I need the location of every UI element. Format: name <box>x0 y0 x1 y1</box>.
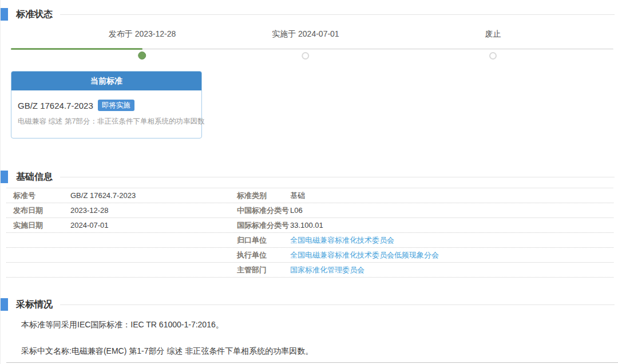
field-value: 2023-12-28 <box>70 203 237 217</box>
field-value <box>70 248 237 262</box>
timeline-dot-hollow <box>489 52 497 60</box>
bottom-divider <box>6 362 618 363</box>
field-value <box>70 233 237 247</box>
timeline-label: 发布于 2023-12-28 <box>109 29 176 39</box>
field-value: L06 <box>290 203 613 217</box>
section-marker <box>1 298 8 311</box>
section-divider-line <box>60 304 615 305</box>
table-row: 主管部门 国家标准化管理委员会 <box>6 263 613 278</box>
table-row: 标准号 GB/Z 17624.7-2023 标准类别 基础 <box>6 188 613 203</box>
status-section-title: 标准状态 <box>16 9 53 21</box>
section-divider-line <box>60 14 615 15</box>
table-row: 归口单位 全国电磁兼容标准化技术委员会 <box>6 233 613 248</box>
executing-unit-link[interactable]: 全国电磁兼容标准化技术委员会低频现象分会 <box>290 251 439 259</box>
field-value: GB/Z 17624.7-2023 <box>70 188 237 203</box>
field-label: 中国标准分类号 <box>237 203 290 217</box>
field-value: 2024-07-01 <box>70 218 237 232</box>
section-marker <box>1 8 8 21</box>
field-label <box>6 263 70 277</box>
field-label <box>6 248 70 262</box>
field-label: 标准类别 <box>237 188 290 203</box>
field-label: 主管部门 <box>237 263 290 277</box>
timeline-node-published: 发布于 2023-12-28 <box>109 29 176 60</box>
section-divider-line <box>60 177 615 177</box>
committee-link[interactable]: 全国电磁兼容标准化技术委员会 <box>290 236 394 244</box>
adoption-statement: 本标准等同采用IEC国际标准：IEC TR 61000-1-7:2016。 <box>21 320 618 330</box>
field-label: 发布日期 <box>6 203 70 217</box>
adoption-section-title: 采标情况 <box>16 299 53 311</box>
field-value: 33.100.01 <box>290 218 613 232</box>
field-value: 基础 <box>290 188 613 203</box>
status-section-header: 标准状态 <box>1 8 618 21</box>
field-label <box>6 233 70 247</box>
basic-info-section-header: 基础信息 <box>1 171 618 183</box>
basic-info-table: 标准号 GB/Z 17624.7-2023 标准类别 基础 发布日期 2023-… <box>6 188 613 278</box>
field-label: 执行单位 <box>237 248 290 262</box>
field-label: 标准号 <box>6 188 70 203</box>
current-standard-card: 当前标准 GB/Z 17624.7-2023 即将实施 电磁兼容 综述 第7部分… <box>11 71 202 139</box>
basic-info-section-title: 基础信息 <box>16 171 53 183</box>
timeline-label: 实施于 2024-07-01 <box>272 29 339 39</box>
current-standard-card-body: GB/Z 17624.7-2023 即将实施 电磁兼容 综述 第7部分：非正弦条… <box>11 90 201 138</box>
field-label: 实施日期 <box>6 218 70 232</box>
standard-status-timeline: 发布于 2023-12-28 实施于 2024-07-01 废止 <box>11 29 613 54</box>
field-label: 国际标准分类号 <box>237 218 290 232</box>
timeline-node-abolished: 废止 <box>485 29 501 60</box>
standard-code: GB/Z 17624.7-2023 <box>18 101 93 110</box>
standard-detail-page: 标准状态 发布于 2023-12-28 实施于 2024-07-01 废止 当前… <box>0 0 618 364</box>
authority-link[interactable]: 国家标准化管理委员会 <box>290 266 365 274</box>
standard-description: 电磁兼容 综述 第7部分：非正弦条件下单相系统的功率因数 <box>18 117 195 126</box>
section-marker <box>1 171 8 183</box>
table-row: 执行单位 全国电磁兼容标准化技术委员会低频现象分会 <box>6 248 613 263</box>
table-row: 实施日期 2024-07-01 国际标准分类号 33.100.01 <box>6 218 613 233</box>
timeline-dot-filled <box>138 52 146 60</box>
timeline-label: 废止 <box>485 29 501 39</box>
adoption-chinese-name: 采标中文名称:电磁兼容(EMC) 第1-7部分 综述 非正弦条件下单相系统的功率… <box>21 346 618 357</box>
adoption-section-header: 采标情况 <box>1 298 618 311</box>
field-label: 归口单位 <box>237 233 290 247</box>
field-value <box>70 263 237 277</box>
status-badge: 即将实施 <box>98 100 134 111</box>
timeline-dot-hollow <box>302 52 309 60</box>
current-standard-card-header: 当前标准 <box>11 72 201 90</box>
table-row: 发布日期 2023-12-28 中国标准分类号 L06 <box>6 203 613 218</box>
timeline-node-effective: 实施于 2024-07-01 <box>272 29 339 60</box>
